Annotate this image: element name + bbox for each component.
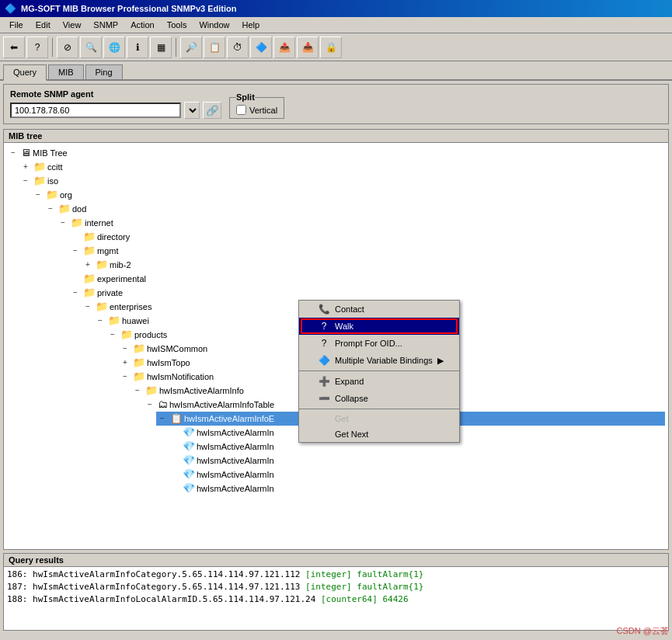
tree-label-iso: iso <box>47 174 58 188</box>
tree-item-private[interactable]: −📁 private <box>69 286 665 300</box>
agent-input[interactable] <box>10 103 181 118</box>
tree-toggle-hwIsmTopo[interactable]: + <box>119 356 131 370</box>
ctx-icon-ctx-collapse: ➖ <box>318 393 330 404</box>
tree-toggle-ccitt[interactable]: + <box>19 160 32 174</box>
app-icon: 🔷 <box>5 3 16 14</box>
ctx-item-ctx-contact[interactable]: 📞Contact <box>299 301 459 318</box>
tree-toggle-mib-tree-root[interactable]: − <box>7 146 19 160</box>
toolbar-btn-5[interactable]: ℹ <box>127 37 148 58</box>
tree-label-child5: hwIsmActiveAlarmIn <box>197 482 274 496</box>
tree-item-mib-tree-root[interactable]: −🖥 MIB Tree <box>7 146 665 160</box>
ctx-item-ctx-collapse[interactable]: ➖Collapse <box>299 390 459 407</box>
toolbar-btn-2[interactable]: ⊘ <box>57 37 78 58</box>
tree-toggle-internet[interactable]: − <box>57 216 69 230</box>
tree-icon-ccitt: 📁 <box>33 160 46 174</box>
tree-toggle-hwIsmActiveAlarmInfo[interactable]: − <box>131 384 144 398</box>
ctx-item-ctx-get[interactable]: Get <box>299 411 459 426</box>
toolbar-btn-0[interactable]: ⬅ <box>3 37 25 58</box>
tree-item-mgmt[interactable]: −📁 mgmt <box>69 244 665 258</box>
agent-connect-btn[interactable]: 🔗 <box>203 102 221 119</box>
tree-label-org: org <box>60 188 72 202</box>
ctx-label-ctx-expand: Expand <box>335 377 364 386</box>
agent-label: Remote SNMP agent <box>10 89 221 99</box>
toolbar-btn-7[interactable]: 🔎 <box>180 37 202 58</box>
tree-item-ccitt[interactable]: +📁 ccitt <box>19 160 665 174</box>
tree-toggle-hwIsmActiveAlarmInfoTable[interactable]: − <box>144 398 156 412</box>
tab-mib[interactable]: MIB <box>48 64 84 79</box>
tab-query[interactable]: Query <box>3 64 47 81</box>
tree-toggle-hwIsmActiveAlarmInfoE[interactable]: − <box>156 412 169 426</box>
tree-item-internet[interactable]: −📁 internet <box>57 216 665 230</box>
tree-item-directory[interactable]: 📁 directory <box>69 230 665 244</box>
toolbar-btn-1[interactable]: ? <box>26 37 48 58</box>
ctx-label-ctx-collapse: Collapse <box>335 394 368 403</box>
tree-toggle-private[interactable]: − <box>69 286 82 300</box>
tree-item-child4[interactable]: 💎 hwIsmActiveAlarmIn <box>169 468 665 482</box>
tree-toggle-mib-2[interactable]: + <box>82 258 94 272</box>
tree-item-experimental[interactable]: 📁 experimental <box>69 272 665 286</box>
toolbar-btn-8[interactable]: 📋 <box>204 37 225 58</box>
tree-label-child3: hwIsmActiveAlarmIn <box>197 454 274 468</box>
ctx-item-ctx-getnext[interactable]: Get Next <box>299 426 459 442</box>
tree-label-mgmt: mgmt <box>97 244 119 258</box>
tree-icon-hwIsmActiveAlarmInfoTable: 🗂 <box>158 398 168 412</box>
tree-toggle-huawei[interactable]: − <box>94 314 106 328</box>
tree-label-products: products <box>134 328 167 342</box>
tree-icon-child5: 💎 <box>183 482 195 496</box>
tree-icon-huawei: 📁 <box>108 314 120 328</box>
ctx-item-ctx-multiple[interactable]: 🔷Multiple Variable Bindings▶ <box>299 352 459 369</box>
toolbar-separator <box>52 38 53 57</box>
menu-item-action[interactable]: Action <box>124 19 161 31</box>
tree-icon-iso: 📁 <box>33 174 46 188</box>
tree-toggle-org[interactable]: − <box>32 188 44 202</box>
toolbar-btn-12[interactable]: 📥 <box>297 37 319 58</box>
menu-item-tools[interactable]: Tools <box>161 19 193 31</box>
menu-item-view[interactable]: View <box>57 19 88 31</box>
tree-item-iso[interactable]: −📁 iso <box>19 174 665 188</box>
tree-toggle-hwISMCommon[interactable]: − <box>119 342 131 356</box>
split-vertical-checkbox[interactable] <box>236 105 246 115</box>
tree-label-hwIsmTopo: hwIsmTopo <box>147 356 190 370</box>
toolbar-btn-11[interactable]: 📤 <box>273 37 295 58</box>
ctx-item-ctx-walk[interactable]: ?Walk <box>299 318 459 335</box>
tree-item-child5[interactable]: 💎 hwIsmActiveAlarmIn <box>169 482 665 496</box>
tree-icon-hwIsmActiveAlarmInfo: 📁 <box>145 384 158 398</box>
menu-item-file[interactable]: File <box>3 19 30 31</box>
tree-item-mib-2[interactable]: +📁 mib-2 <box>82 258 665 272</box>
toolbar-btn-13[interactable]: 🔒 <box>320 37 342 58</box>
tree-item-org[interactable]: −📁 org <box>32 188 665 202</box>
ctx-item-ctx-prompt[interactable]: ?Prompt For OID... <box>299 335 459 352</box>
tab-ping[interactable]: Ping <box>85 64 123 79</box>
tree-item-dod[interactable]: −📁 dod <box>44 202 665 216</box>
tree-icon-enterprises: 📁 <box>96 300 108 314</box>
tree-label-hwISMCommon: hwISMCommon <box>147 342 207 356</box>
tree-toggle-hwIsmNotification[interactable]: − <box>119 370 131 384</box>
toolbar-btn-6[interactable]: ▦ <box>150 37 172 58</box>
tree-toggle-iso[interactable]: − <box>19 174 32 188</box>
tree-icon-private: 📁 <box>83 286 96 300</box>
menu-item-snmp[interactable]: SNMP <box>87 19 124 31</box>
toolbar-btn-3[interactable]: 🔍 <box>80 37 102 58</box>
tree-toggle-products[interactable]: − <box>106 328 119 342</box>
tree-label-mib-2: mib-2 <box>110 258 131 272</box>
context-menu: 📞Contact?Walk?Prompt For OID...🔷Multiple… <box>298 300 460 443</box>
tree-label-private: private <box>97 286 123 300</box>
toolbar-btn-4[interactable]: 🌐 <box>103 37 125 58</box>
tree-toggle-enterprises[interactable]: − <box>82 300 94 314</box>
tree-label-experimental: experimental <box>97 272 146 286</box>
ctx-item-ctx-expand[interactable]: ➕Expand <box>299 373 459 390</box>
menu-item-help[interactable]: Help <box>236 19 266 31</box>
tree-label-dod: dod <box>72 202 86 216</box>
agent-dropdown[interactable] <box>184 102 200 119</box>
ctx-label-ctx-getnext: Get Next <box>335 430 368 439</box>
split-label: Split <box>236 92 255 102</box>
toolbar-btn-10[interactable]: 🔷 <box>250 37 272 58</box>
toolbar-btn-9[interactable]: ⏱ <box>227 37 249 58</box>
tree-toggle-mgmt[interactable]: − <box>69 244 82 258</box>
ctx-icon-ctx-contact: 📞 <box>318 304 330 315</box>
tree-toggle-dod[interactable]: − <box>44 202 57 216</box>
ctx-separator <box>299 409 459 409</box>
menu-item-window[interactable]: Window <box>193 19 235 31</box>
menu-item-edit[interactable]: Edit <box>30 19 57 31</box>
tree-item-child3[interactable]: 💎 hwIsmActiveAlarmIn <box>169 454 665 468</box>
